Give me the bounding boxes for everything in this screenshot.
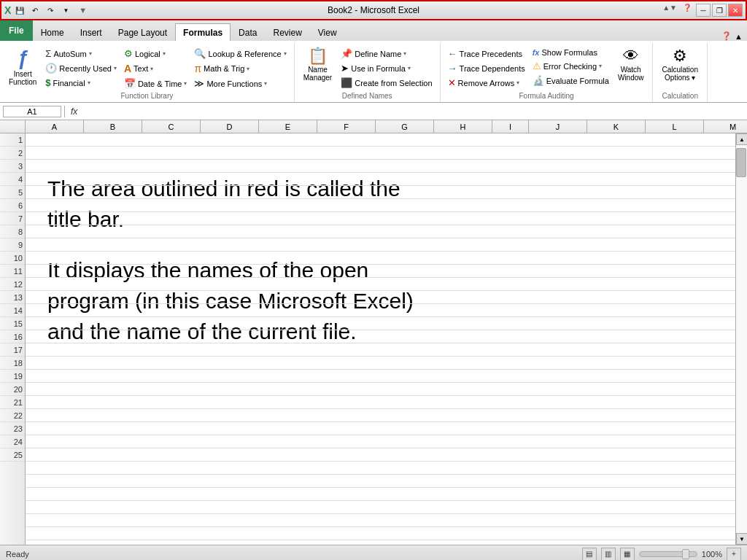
col-header-A[interactable]: A (26, 120, 84, 133)
zoom-slider[interactable] (639, 551, 697, 557)
define-name-label: Define Name (355, 50, 401, 58)
create-from-selection-button[interactable]: ⬛ Create from Selection (338, 76, 435, 90)
col-header-F[interactable]: F (317, 120, 376, 133)
more-functions-dropdown[interactable]: ▾ (264, 80, 267, 87)
redo-button[interactable]: ↷ (44, 4, 57, 17)
col-header-K[interactable]: K (587, 120, 646, 133)
close-button[interactable]: ✕ (728, 4, 743, 17)
math-trig-dropdown[interactable]: ▾ (247, 66, 249, 72)
title-bar-text: Book2 - Microsoft Excel (328, 5, 419, 15)
watch-window-button[interactable]: 👁 WatchWindow (614, 45, 649, 85)
evaluate-formula-button[interactable]: 🔬 Evaluate Formula (530, 74, 612, 88)
excel-logo-icon: X (4, 4, 11, 16)
date-time-button[interactable]: 📅 Date & Time ▾ (121, 77, 190, 90)
formula-input[interactable] (83, 106, 744, 117)
customize-qat-button[interactable]: ▼ (59, 4, 72, 17)
scroll-up-button[interactable]: ▲ (736, 133, 747, 145)
col-header-J[interactable]: J (529, 120, 587, 133)
error-checking-button[interactable]: ⚠ Error Checking ▾ (530, 59, 612, 73)
more-functions-label: More Functions (206, 79, 262, 88)
tab-home[interactable]: Home (33, 23, 72, 41)
trace-dependents-button[interactable]: → Trace Dependents (445, 61, 528, 75)
lookup-dropdown[interactable]: ▾ (284, 50, 287, 57)
financial-button[interactable]: $ Financial ▾ (42, 76, 120, 90)
page-break-view-button[interactable]: ▦ (620, 548, 635, 561)
tab-formulas[interactable]: Formulas (175, 23, 231, 41)
row-num-25: 25 (0, 448, 25, 462)
tab-data[interactable]: Data (231, 23, 265, 41)
scroll-thumb[interactable] (736, 148, 746, 177)
autosum-dropdown[interactable]: ▾ (89, 50, 92, 57)
col-header-C[interactable]: C (142, 120, 201, 133)
col-header-L[interactable]: L (646, 120, 704, 133)
remove-arrows-dropdown[interactable]: ▾ (516, 79, 519, 86)
error-checking-dropdown[interactable]: ▾ (599, 63, 602, 69)
tab-review[interactable]: Review (265, 23, 309, 41)
recently-used-button[interactable]: 🕐 Recently Used ▾ (42, 61, 120, 75)
autosum-button[interactable]: Σ AutoSum ▾ (42, 47, 120, 61)
quick-access-toolbar: X 💾 ↶ ↷ ▼ ▼ (4, 4, 87, 17)
insert-function-button[interactable]: ƒ InsertFunction (4, 45, 41, 89)
row-num-3: 3 (0, 160, 25, 173)
fx-button[interactable]: fx (68, 106, 80, 117)
col-header-H[interactable]: H (434, 120, 492, 133)
more-functions-icon: ≫ (194, 78, 204, 89)
text-button[interactable]: A Text ▾ (121, 61, 190, 76)
col-header-E[interactable]: E (259, 120, 317, 133)
col-header-M[interactable]: M (704, 120, 747, 133)
define-name-dropdown[interactable]: ▾ (403, 50, 406, 57)
tab-file[interactable]: File (0, 20, 33, 41)
grid-area[interactable]: The area outlined in red is called the t… (26, 133, 735, 545)
recently-used-dropdown[interactable]: ▾ (114, 65, 117, 71)
col-header-B[interactable]: B (84, 120, 142, 133)
calculation-options-button[interactable]: ⚙ CalculationOptions ▾ (657, 45, 702, 85)
row-num-16: 16 (0, 330, 25, 343)
zoom-thumb[interactable] (682, 549, 689, 559)
error-checking-label: Error Checking (543, 62, 597, 71)
calculation-options-label: CalculationOptions ▾ (662, 66, 697, 82)
trace-precedents-button[interactable]: ← Trace Precedents (445, 47, 528, 61)
text-dropdown[interactable]: ▾ (150, 66, 153, 72)
more-functions-button[interactable]: ≫ More Functions ▾ (191, 77, 289, 90)
formula-auditing-group: ← Trace Precedents → Trace Dependents ✕ … (441, 43, 654, 102)
save-button[interactable]: 💾 (13, 4, 26, 17)
name-box[interactable]: A1 (3, 106, 61, 117)
date-time-dropdown[interactable]: ▾ (184, 80, 187, 87)
minimize-button[interactable]: ─ (696, 4, 711, 17)
lookup-reference-label: Lookup & Reference (208, 50, 281, 58)
tab-insert[interactable]: Insert (72, 23, 110, 41)
restore-button[interactable]: ❐ (712, 4, 727, 17)
undo-button[interactable]: ↶ (28, 4, 42, 17)
define-name-button[interactable]: 📌 Define Name ▾ (338, 47, 435, 61)
use-in-formula-icon: ➤ (341, 63, 349, 74)
col-header-D[interactable]: D (201, 120, 259, 133)
col-header-G[interactable]: G (376, 120, 434, 133)
minimize-ribbon-button[interactable]: ▲ (735, 32, 743, 41)
scroll-track[interactable] (736, 145, 747, 533)
page-layout-view-button[interactable]: ▥ (601, 548, 616, 561)
name-manager-button[interactable]: 📋 NameManager (299, 45, 336, 85)
show-formulas-button[interactable]: fx Show Formulas (530, 47, 612, 58)
lookup-reference-button[interactable]: 🔍 Lookup & Reference ▾ (191, 47, 289, 61)
financial-dropdown[interactable]: ▾ (88, 79, 90, 86)
text-line-6: and the name of the current file. (47, 316, 414, 347)
tab-view[interactable]: View (310, 23, 345, 41)
ribbon-content: ƒ InsertFunction Σ AutoSum ▾ 🕐 Recently … (0, 41, 747, 103)
use-in-formula-button[interactable]: ➤ Use in Formula ▾ (338, 61, 435, 75)
help-icon[interactable]: ❓ (721, 31, 732, 41)
tab-page-layout[interactable]: Page Layout (110, 23, 175, 41)
remove-arrows-button[interactable]: ✕ Remove Arrows ▾ (445, 76, 528, 90)
logical-dropdown[interactable]: ▾ (163, 50, 166, 57)
use-in-formula-dropdown[interactable]: ▾ (408, 65, 411, 71)
col-header-I[interactable]: I (492, 120, 529, 133)
vertical-scrollbar[interactable]: ▲ ▼ (735, 133, 747, 545)
scroll-down-button[interactable]: ▼ (736, 533, 747, 545)
evaluate-formula-label: Evaluate Formula (546, 77, 609, 85)
math-trig-button[interactable]: π Math & Trig ▾ (191, 61, 289, 76)
grid-lines (26, 133, 735, 545)
zoom-in-button[interactable]: + (727, 548, 741, 561)
create-from-selection-label: Create from Selection (355, 79, 432, 88)
normal-view-button[interactable]: ▤ (582, 548, 597, 561)
evaluate-formula-icon: 🔬 (533, 75, 544, 86)
logical-button[interactable]: ⚙ Logical ▾ (121, 47, 190, 61)
